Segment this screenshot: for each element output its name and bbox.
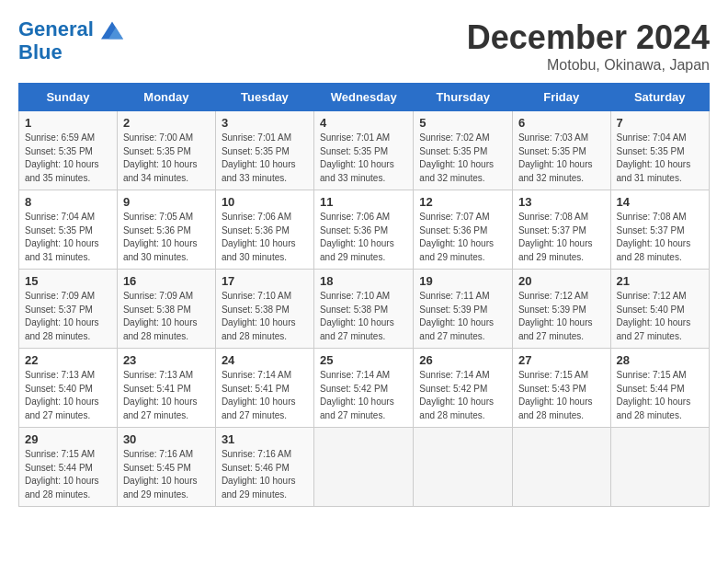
calendar-cell: 2Sunrise: 7:00 AM Sunset: 5:35 PM Daylig… (117, 111, 215, 190)
calendar-cell: 1Sunrise: 6:59 AM Sunset: 5:35 PM Daylig… (19, 111, 118, 190)
calendar-cell: 13Sunrise: 7:08 AM Sunset: 5:37 PM Dayli… (512, 190, 610, 270)
day-info: Sunrise: 7:13 AM Sunset: 5:40 PM Dayligh… (25, 369, 111, 422)
logo-line2: Blue (18, 41, 123, 63)
location: Motobu, Okinawa, Japan (467, 57, 710, 74)
day-info: Sunrise: 7:04 AM Sunset: 5:35 PM Dayligh… (617, 132, 703, 185)
day-info: Sunrise: 7:06 AM Sunset: 5:36 PM Dayligh… (222, 211, 308, 264)
day-info: Sunrise: 7:00 AM Sunset: 5:35 PM Dayligh… (123, 132, 210, 185)
day-info: Sunrise: 7:13 AM Sunset: 5:41 PM Dayligh… (123, 369, 210, 422)
calendar-cell: 12Sunrise: 7:07 AM Sunset: 5:36 PM Dayli… (414, 190, 513, 270)
calendar-cell: 9Sunrise: 7:05 AM Sunset: 5:36 PM Daylig… (117, 190, 215, 270)
day-number: 10 (222, 195, 308, 209)
day-info: Sunrise: 7:01 AM Sunset: 5:35 PM Dayligh… (320, 132, 407, 185)
calendar-cell: 3Sunrise: 7:01 AM Sunset: 5:35 PM Daylig… (215, 111, 313, 190)
day-info: Sunrise: 7:15 AM Sunset: 5:44 PM Dayligh… (25, 448, 111, 501)
logo-icon (101, 19, 123, 41)
calendar-cell: 4Sunrise: 7:01 AM Sunset: 5:35 PM Daylig… (314, 111, 414, 190)
calendar-cell: 19Sunrise: 7:11 AM Sunset: 5:39 PM Dayli… (414, 270, 513, 349)
weekday-header: Friday (512, 84, 610, 111)
day-info: Sunrise: 7:07 AM Sunset: 5:36 PM Dayligh… (419, 211, 506, 264)
calendar-cell: 28Sunrise: 7:15 AM Sunset: 5:44 PM Dayli… (610, 349, 709, 428)
calendar-body: 1Sunrise: 6:59 AM Sunset: 5:35 PM Daylig… (19, 111, 710, 507)
title-area: December 2024 Motobu, Okinawa, Japan (467, 18, 710, 74)
calendar-cell: 10Sunrise: 7:06 AM Sunset: 5:36 PM Dayli… (215, 190, 313, 270)
day-number: 8 (25, 195, 111, 209)
day-number: 5 (419, 116, 506, 130)
day-info: Sunrise: 7:06 AM Sunset: 5:36 PM Dayligh… (320, 211, 407, 264)
day-number: 29 (25, 432, 111, 446)
calendar-week-row: 15Sunrise: 7:09 AM Sunset: 5:37 PM Dayli… (19, 270, 710, 349)
day-info: Sunrise: 7:14 AM Sunset: 5:42 PM Dayligh… (419, 369, 506, 422)
day-info: Sunrise: 7:09 AM Sunset: 5:37 PM Dayligh… (25, 290, 111, 343)
day-info: Sunrise: 7:08 AM Sunset: 5:37 PM Dayligh… (518, 211, 605, 264)
day-info: Sunrise: 7:15 AM Sunset: 5:43 PM Dayligh… (518, 369, 605, 422)
calendar-cell: 27Sunrise: 7:15 AM Sunset: 5:43 PM Dayli… (512, 349, 610, 428)
day-info: Sunrise: 7:01 AM Sunset: 5:35 PM Dayligh… (222, 132, 308, 185)
day-info: Sunrise: 7:03 AM Sunset: 5:35 PM Dayligh… (518, 132, 605, 185)
day-number: 16 (123, 274, 210, 288)
calendar-header-row: SundayMondayTuesdayWednesdayThursdayFrid… (19, 84, 710, 111)
day-number: 24 (222, 353, 308, 367)
day-info: Sunrise: 6:59 AM Sunset: 5:35 PM Dayligh… (25, 132, 111, 185)
weekday-header: Wednesday (314, 84, 414, 111)
day-number: 14 (617, 195, 703, 209)
logo-text: General (18, 18, 123, 41)
day-info: Sunrise: 7:04 AM Sunset: 5:35 PM Dayligh… (25, 211, 111, 264)
weekday-header: Monday (117, 84, 215, 111)
day-info: Sunrise: 7:14 AM Sunset: 5:41 PM Dayligh… (222, 369, 308, 422)
calendar-cell: 24Sunrise: 7:14 AM Sunset: 5:41 PM Dayli… (215, 349, 313, 428)
calendar-cell: 30Sunrise: 7:16 AM Sunset: 5:45 PM Dayli… (117, 428, 215, 507)
day-number: 3 (222, 116, 308, 130)
day-number: 25 (320, 353, 407, 367)
calendar-cell: 6Sunrise: 7:03 AM Sunset: 5:35 PM Daylig… (512, 111, 610, 190)
calendar-cell: 11Sunrise: 7:06 AM Sunset: 5:36 PM Dayli… (314, 190, 414, 270)
day-number: 23 (123, 353, 210, 367)
day-number: 31 (222, 432, 308, 446)
day-info: Sunrise: 7:09 AM Sunset: 5:38 PM Dayligh… (123, 290, 210, 343)
logo: General Blue (18, 18, 123, 63)
header: General Blue December 2024 Motobu, Okina… (18, 18, 710, 74)
day-number: 7 (617, 116, 703, 130)
calendar-cell: 18Sunrise: 7:10 AM Sunset: 5:38 PM Dayli… (314, 270, 414, 349)
calendar-week-row: 8Sunrise: 7:04 AM Sunset: 5:35 PM Daylig… (19, 190, 710, 270)
month-title: December 2024 (467, 18, 710, 57)
day-info: Sunrise: 7:10 AM Sunset: 5:38 PM Dayligh… (222, 290, 308, 343)
weekday-header: Tuesday (215, 84, 313, 111)
day-number: 30 (123, 432, 210, 446)
day-number: 11 (320, 195, 407, 209)
calendar-cell (314, 428, 414, 507)
weekday-header: Sunday (19, 84, 118, 111)
day-info: Sunrise: 7:15 AM Sunset: 5:44 PM Dayligh… (617, 369, 703, 422)
day-number: 20 (518, 274, 605, 288)
day-number: 18 (320, 274, 407, 288)
day-info: Sunrise: 7:10 AM Sunset: 5:38 PM Dayligh… (320, 290, 407, 343)
day-number: 19 (419, 274, 506, 288)
day-info: Sunrise: 7:08 AM Sunset: 5:37 PM Dayligh… (617, 211, 703, 264)
calendar-cell (512, 428, 610, 507)
calendar-cell: 16Sunrise: 7:09 AM Sunset: 5:38 PM Dayli… (117, 270, 215, 349)
day-info: Sunrise: 7:14 AM Sunset: 5:42 PM Dayligh… (320, 369, 407, 422)
day-number: 12 (419, 195, 506, 209)
calendar-cell: 31Sunrise: 7:16 AM Sunset: 5:46 PM Dayli… (215, 428, 313, 507)
day-info: Sunrise: 7:12 AM Sunset: 5:39 PM Dayligh… (518, 290, 605, 343)
calendar-cell: 14Sunrise: 7:08 AM Sunset: 5:37 PM Dayli… (610, 190, 709, 270)
day-info: Sunrise: 7:11 AM Sunset: 5:39 PM Dayligh… (419, 290, 506, 343)
day-number: 27 (518, 353, 605, 367)
calendar-week-row: 29Sunrise: 7:15 AM Sunset: 5:44 PM Dayli… (19, 428, 710, 507)
calendar-cell: 21Sunrise: 7:12 AM Sunset: 5:40 PM Dayli… (610, 270, 709, 349)
day-number: 1 (25, 116, 111, 130)
weekday-header: Thursday (414, 84, 513, 111)
calendar-cell: 5Sunrise: 7:02 AM Sunset: 5:35 PM Daylig… (414, 111, 513, 190)
day-number: 26 (419, 353, 506, 367)
calendar-cell: 29Sunrise: 7:15 AM Sunset: 5:44 PM Dayli… (19, 428, 118, 507)
day-info: Sunrise: 7:16 AM Sunset: 5:46 PM Dayligh… (222, 448, 308, 501)
calendar-cell: 26Sunrise: 7:14 AM Sunset: 5:42 PM Dayli… (414, 349, 513, 428)
day-info: Sunrise: 7:05 AM Sunset: 5:36 PM Dayligh… (123, 211, 210, 264)
day-number: 4 (320, 116, 407, 130)
calendar-cell: 23Sunrise: 7:13 AM Sunset: 5:41 PM Dayli… (117, 349, 215, 428)
calendar-week-row: 1Sunrise: 6:59 AM Sunset: 5:35 PM Daylig… (19, 111, 710, 190)
day-number: 6 (518, 116, 605, 130)
day-info: Sunrise: 7:16 AM Sunset: 5:45 PM Dayligh… (123, 448, 210, 501)
calendar-cell: 20Sunrise: 7:12 AM Sunset: 5:39 PM Dayli… (512, 270, 610, 349)
day-number: 9 (123, 195, 210, 209)
